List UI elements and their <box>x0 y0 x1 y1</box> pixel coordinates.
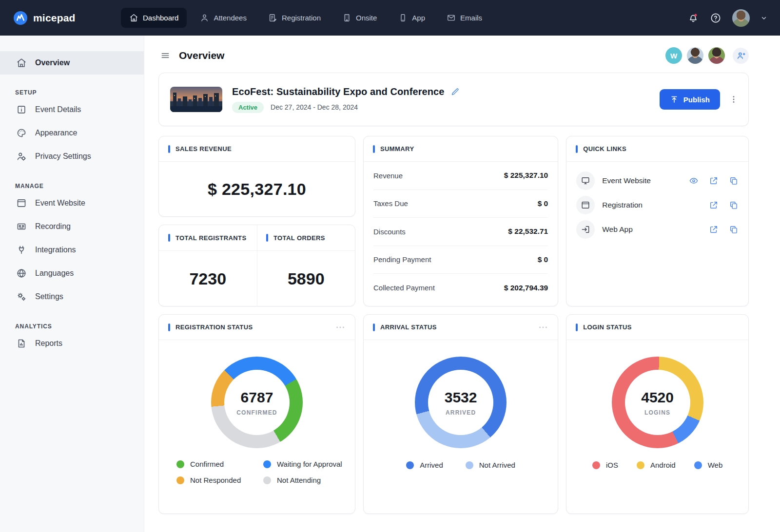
sidebar-item-label: Integrations <box>35 246 76 254</box>
legend-label: Web <box>708 461 723 469</box>
person-icon <box>200 13 209 22</box>
sidebar-item-overview[interactable]: Overview <box>0 51 144 75</box>
quick-link-label: Web App <box>602 225 633 234</box>
sidebar-item-event-details[interactable]: Event Details <box>0 98 144 121</box>
legend-label: Not Attending <box>277 476 321 484</box>
legend-dot <box>637 461 644 469</box>
event-card: EcoFest: Sustainability Expo and Confere… <box>158 73 749 126</box>
card-title: LOGIN STATUS <box>583 323 632 331</box>
event-title: EcoFest: Sustainability Expo and Confere… <box>232 86 445 97</box>
card-title: REGISTRATION STATUS <box>176 323 253 331</box>
sidebar-item-recording[interactable]: Recording <box>0 215 144 238</box>
event-dates: Dec 27, 2024 - Dec 28, 2024 <box>271 103 358 111</box>
copy-icon[interactable] <box>729 200 739 210</box>
sidebar-item-reports[interactable]: Reports <box>0 332 144 355</box>
recording-cassette-icon <box>16 221 27 232</box>
add-collaborator-button[interactable] <box>733 48 749 64</box>
sales-revenue-card: SALES REVENUE $ 225,327.10 <box>158 136 355 217</box>
legend-item: Android <box>637 461 676 469</box>
donut-center: 3532 ARRIVED <box>428 370 493 435</box>
card-menu-dots-icon[interactable] <box>335 322 346 333</box>
person-plus-icon <box>736 51 746 60</box>
menu-toggle-icon[interactable] <box>160 51 170 60</box>
quick-link-label: Registration <box>602 201 643 209</box>
card-title: ARRIVAL STATUS <box>380 323 437 331</box>
sidebar-section-setup: SETUP <box>0 89 144 96</box>
publish-button[interactable]: Publish <box>660 89 720 110</box>
legend: Confirmed Waiting for Approval Not Respo… <box>176 460 355 484</box>
accent-bar <box>168 323 170 331</box>
legend-label: Not Responded <box>190 476 241 484</box>
sidebar-item-languages[interactable]: Languages <box>0 262 144 285</box>
card-menu-dots-icon[interactable] <box>538 322 548 333</box>
sidebar-item-integrations[interactable]: Integrations <box>0 238 144 262</box>
sidebar-item-label: Appearance <box>35 129 77 137</box>
legend-item: iOS <box>592 461 618 469</box>
donut-center-value: 4520 <box>641 389 674 406</box>
tab-onsite[interactable]: Onsite <box>334 8 385 28</box>
sidebar-item-privacy-settings[interactable]: Privacy Settings <box>0 145 144 168</box>
nav-right-cluster <box>687 9 767 27</box>
tab-app[interactable]: App <box>390 8 433 28</box>
event-thumbnail <box>170 87 222 112</box>
collaborator-avatar-w[interactable]: W <box>665 47 682 64</box>
card-title: SALES REVENUE <box>176 145 232 152</box>
notifications-bell-icon[interactable] <box>687 12 699 24</box>
sidebar-item-label: Recording <box>35 222 71 231</box>
summary-value: $ 202,794.39 <box>504 284 548 292</box>
legend-label: Android <box>650 461 676 469</box>
legend: iOS Android Web <box>566 461 748 469</box>
upload-icon <box>670 95 679 104</box>
summary-row: Taxes Due$ 0 <box>373 190 548 218</box>
quick-links-card: QUICK LINKS Event Website <box>566 136 749 306</box>
sidebar-item-label: Languages <box>35 269 74 278</box>
legend-dot <box>176 460 184 468</box>
sidebar-section-manage: MANAGE <box>0 183 144 190</box>
event-info: EcoFest: Sustainability Expo and Confere… <box>232 86 460 113</box>
arrival-status-card: ARRIVAL STATUS 3532 ARRIVED Arrived Not … <box>363 314 558 514</box>
sidebar-item-appearance[interactable]: Appearance <box>0 121 144 145</box>
tab-dashboard[interactable]: Dashboard <box>121 8 187 28</box>
plug-icon <box>16 245 27 255</box>
preview-eye-icon[interactable] <box>689 176 699 186</box>
publish-button-label: Publish <box>683 95 710 104</box>
person-gear-icon <box>16 151 27 162</box>
summary-label: Collected Payment <box>373 284 435 292</box>
tab-attendees[interactable]: Attendees <box>192 8 255 28</box>
tab-label: Dashboard <box>143 14 178 22</box>
summary-row: Collected Payment$ 202,794.39 <box>373 274 548 302</box>
tab-registration[interactable]: Registration <box>260 8 329 28</box>
main-content: Overview W <box>144 36 780 532</box>
donut-center-value: 6787 <box>241 389 273 406</box>
copy-icon[interactable] <box>729 225 739 234</box>
accent-bar <box>266 234 268 242</box>
sidebar-item-label: Overview <box>35 58 70 67</box>
sales-revenue-value: $ 225,327.10 <box>159 162 355 216</box>
event-menu-kebab-icon[interactable] <box>728 94 740 105</box>
external-link-icon[interactable] <box>709 225 719 234</box>
sidebar-item-settings[interactable]: Settings <box>0 285 144 308</box>
tab-emails[interactable]: Emails <box>438 8 490 28</box>
legend-dot <box>694 461 702 469</box>
chevron-down-icon[interactable] <box>760 15 767 21</box>
collaborator-avatar[interactable] <box>687 47 703 64</box>
sidebar-item-event-website[interactable]: Event Website <box>0 191 144 215</box>
copy-icon[interactable] <box>729 176 739 186</box>
edit-pencil-icon[interactable] <box>450 87 460 96</box>
accent-bar <box>373 145 375 153</box>
event-actions: Publish <box>660 89 740 110</box>
legend-label: Not Arrived <box>479 461 515 469</box>
donut-center-value: 3532 <box>445 389 477 406</box>
external-link-icon[interactable] <box>709 200 719 210</box>
legend-item: Web <box>694 461 723 469</box>
user-avatar[interactable] <box>732 9 750 27</box>
top-navbar: micepad Dashboard Attendees Registration… <box>0 0 780 36</box>
tab-label: Attendees <box>214 14 247 22</box>
external-link-icon[interactable] <box>709 176 719 186</box>
status-badge: Active <box>232 102 264 113</box>
brand[interactable]: micepad <box>13 10 121 26</box>
collaborator-avatar[interactable] <box>708 47 725 64</box>
total-orders-value: 5890 <box>257 251 355 306</box>
help-icon[interactable] <box>710 12 722 24</box>
building-icon <box>342 13 351 22</box>
